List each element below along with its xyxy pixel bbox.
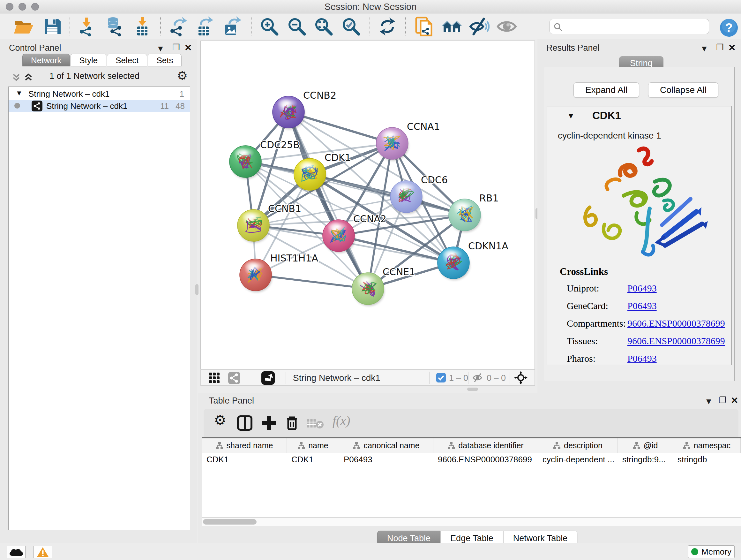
network-name: String Network – cdk1 bbox=[46, 101, 127, 111]
memory-button[interactable]: Memory bbox=[688, 545, 735, 558]
table-options-gear-icon[interactable]: ⚙ bbox=[214, 412, 226, 428]
cell-shared-name[interactable]: CDK1 bbox=[202, 453, 287, 466]
expand-all-button[interactable]: Expand All bbox=[574, 82, 639, 98]
horizontal-scrollbar[interactable] bbox=[202, 518, 741, 526]
cell-canonical-name[interactable]: P06493 bbox=[339, 453, 433, 466]
selected-checkbox-icon[interactable] bbox=[436, 373, 446, 382]
genecard-link[interactable]: P06493 bbox=[627, 300, 657, 311]
import-network-database-button[interactable] bbox=[104, 16, 125, 37]
string-network-badge-icon bbox=[31, 101, 43, 111]
hide-selected-button[interactable] bbox=[469, 16, 489, 37]
crosslink-row: Uniprot: P06493 bbox=[560, 283, 608, 295]
node-CDKN1A[interactable]: CDKN1A bbox=[437, 240, 509, 280]
toolbar-separator bbox=[252, 17, 252, 36]
network-canvas[interactable]: CCNB2CCNA1CDC25BCDK1CDC6RB1CCNB1CCNA2CDK… bbox=[200, 41, 535, 369]
delete-column-icon[interactable] bbox=[284, 415, 300, 431]
network-view-title: String Network – cdk1 bbox=[293, 373, 381, 383]
panel-menu-icon[interactable]: ▼ bbox=[704, 396, 713, 407]
copy-network-icon bbox=[414, 16, 434, 37]
collection-name: String Network – cdk1 bbox=[28, 89, 110, 99]
tree-expander-icon[interactable]: ▼ bbox=[16, 89, 23, 98]
uniprot-link[interactable]: P06493 bbox=[627, 283, 657, 294]
panel-menu-icon[interactable]: ▼ bbox=[700, 44, 709, 54]
panel-float-icon[interactable]: ❐ bbox=[719, 395, 726, 405]
tissues-link[interactable]: 9606.ENSP00000378699 bbox=[627, 335, 725, 346]
home-button[interactable] bbox=[442, 16, 462, 37]
network-row-selected[interactable]: String Network – cdk1 11 48 bbox=[9, 100, 190, 112]
pan-crosshair-icon[interactable] bbox=[514, 371, 528, 384]
table-row[interactable]: CDK1 CDK1 P06493 9606.ENSP00000378699 cy… bbox=[202, 453, 741, 466]
node-RB1[interactable]: RB1 bbox=[449, 192, 499, 232]
column-header[interactable]: namespac bbox=[673, 438, 741, 453]
cell-description[interactable]: cyclin-dependent ... bbox=[538, 453, 618, 466]
show-columns-icon[interactable] bbox=[237, 415, 253, 431]
warnings-button[interactable] bbox=[33, 546, 52, 558]
panel-close-icon[interactable]: ✕ bbox=[185, 43, 192, 53]
network-options-gear-icon[interactable]: ⚙ bbox=[177, 69, 188, 83]
scrollbar-thumb[interactable] bbox=[203, 519, 257, 524]
search-input[interactable] bbox=[549, 19, 709, 34]
toolbar-separator bbox=[369, 17, 370, 36]
export-image-button[interactable] bbox=[221, 16, 242, 37]
cell-name[interactable]: CDK1 bbox=[287, 453, 339, 466]
panel-close-icon[interactable]: ✕ bbox=[731, 395, 738, 406]
export-table-button[interactable] bbox=[194, 16, 214, 37]
splitter-handle-left[interactable] bbox=[195, 284, 199, 295]
refresh-button[interactable] bbox=[377, 16, 398, 37]
tab-select[interactable]: Select bbox=[107, 54, 147, 66]
column-header[interactable]: database identifier bbox=[433, 438, 538, 453]
cell-database-identifier[interactable]: 9606.ENSP00000378699 bbox=[433, 453, 538, 466]
column-header[interactable]: canonical name bbox=[339, 438, 433, 453]
gene-symbol: CDK1 bbox=[592, 110, 621, 122]
panel-float-icon[interactable]: ❐ bbox=[172, 43, 180, 52]
help-button[interactable]: ? bbox=[719, 17, 737, 36]
zoom-fit-button[interactable] bbox=[313, 16, 334, 37]
zoom-selected-button[interactable] bbox=[341, 16, 361, 37]
compartments-link[interactable]: 9606.ENSP00000378699 bbox=[627, 318, 725, 328]
tab-network[interactable]: Network bbox=[22, 54, 70, 66]
clear-table-icon[interactable] bbox=[307, 418, 324, 429]
hidden-eye-icon[interactable] bbox=[473, 373, 483, 382]
function-builder-icon[interactable]: f(x) bbox=[333, 413, 350, 428]
open-session-button[interactable] bbox=[13, 16, 34, 37]
zoom-out-button[interactable] bbox=[286, 16, 307, 37]
edge-HIST1H1A-CCNE1[interactable] bbox=[256, 275, 368, 289]
panel-menu-icon[interactable]: ▼ bbox=[156, 44, 165, 54]
cell-id[interactable]: stringdb:9... bbox=[618, 453, 673, 466]
column-header[interactable]: shared name bbox=[202, 438, 287, 453]
table-panel-title: Table Panel bbox=[209, 396, 254, 406]
import-network-file-button[interactable] bbox=[77, 16, 97, 37]
zoom-in-button[interactable] bbox=[259, 16, 280, 37]
clone-network-button[interactable] bbox=[414, 16, 434, 37]
splitter-handle-bottom[interactable] bbox=[467, 388, 478, 391]
cell-namespace[interactable]: stringdb bbox=[673, 453, 741, 466]
attribute-icon bbox=[448, 442, 455, 449]
node-CCNA1[interactable]: CCNA1 bbox=[376, 121, 440, 161]
column-header[interactable]: name bbox=[287, 438, 339, 453]
grid-view-icon[interactable] bbox=[208, 372, 220, 384]
houses-icon bbox=[442, 16, 462, 37]
tab-style[interactable]: Style bbox=[71, 54, 106, 66]
panel-float-icon[interactable]: ❐ bbox=[716, 43, 724, 52]
cloud-status-button[interactable] bbox=[7, 546, 25, 558]
network-collection-row[interactable]: ▼ String Network – cdk1 1 bbox=[9, 88, 190, 100]
show-all-button[interactable] bbox=[496, 16, 517, 37]
pharos-link[interactable]: P06493 bbox=[627, 353, 657, 364]
help-icon: ? bbox=[719, 17, 739, 38]
save-session-button[interactable] bbox=[42, 16, 63, 37]
node-CCNE1[interactable]: CCNE1 bbox=[352, 266, 415, 306]
results-panel: Results Panel ▼ ❐ ✕ String Expand All Co… bbox=[537, 39, 741, 393]
import-table-button[interactable] bbox=[132, 16, 152, 37]
column-header[interactable]: description bbox=[538, 438, 618, 453]
birdseye-view-icon[interactable] bbox=[261, 371, 275, 385]
tab-sets[interactable]: Sets bbox=[148, 54, 182, 66]
node-HIST1H1A[interactable]: HIST1H1A bbox=[240, 253, 319, 292]
gene-header[interactable]: ▼ CDK1 bbox=[547, 106, 731, 126]
column-header[interactable]: @id bbox=[618, 438, 673, 453]
export-network-button[interactable] bbox=[167, 16, 188, 37]
panel-close-icon[interactable]: ✕ bbox=[728, 43, 736, 53]
share-view-icon[interactable] bbox=[228, 372, 240, 384]
collapse-caret-icon[interactable]: ▼ bbox=[567, 111, 575, 121]
add-column-icon[interactable] bbox=[261, 415, 277, 431]
collapse-all-button[interactable]: Collapse All bbox=[648, 82, 718, 98]
